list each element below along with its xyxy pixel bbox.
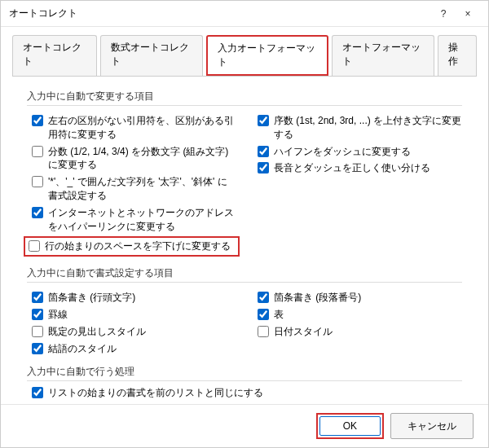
checkbox-border[interactable] bbox=[32, 309, 43, 320]
checkbox-heading[interactable] bbox=[32, 326, 43, 337]
checkbox-list-format[interactable] bbox=[32, 387, 43, 398]
checkbox-label: 分数 (1/2, 1/4, 3/4) を分数文字 (組み文字) に変更する bbox=[48, 145, 236, 173]
checkbox-row: 長音とダッシュを正しく使い分ける bbox=[253, 161, 462, 175]
checkbox-bold-italic[interactable] bbox=[32, 176, 43, 187]
ok-button-highlight: OK bbox=[316, 413, 384, 439]
help-icon[interactable]: ? bbox=[431, 8, 456, 20]
checkbox-label: 左右の区別がない引用符を、区別がある引用符に変更する bbox=[48, 114, 236, 142]
tab-bar: オートコレクト 数式オートコレクト 入力オートフォーマット オートフォーマット … bbox=[1, 27, 488, 76]
dialog-content: 入力中に自動で変更する項目 左右の区別がない引用符を、区別がある引用符に変更する… bbox=[12, 76, 477, 404]
tab-math-autocorrect[interactable]: 数式オートコレクト bbox=[100, 35, 203, 76]
checkbox-numbered[interactable] bbox=[258, 292, 269, 303]
checkbox-dash[interactable] bbox=[258, 162, 269, 173]
section-format-title: 入力中に自動で書式設定する項目 bbox=[27, 266, 462, 283]
checkbox-row: 左右の区別がない引用符を、区別がある引用符に変更する bbox=[27, 114, 236, 142]
checkbox-label: 表 bbox=[274, 308, 284, 322]
tab-autoformat[interactable]: オートフォーマット bbox=[332, 35, 434, 76]
checkbox-label: リストの始まりの書式を前のリストと同じにする bbox=[48, 386, 263, 400]
checkbox-label: 結語のスタイル bbox=[48, 342, 117, 356]
titlebar: オートコレクト ? × bbox=[1, 1, 488, 27]
checkbox-row: '*'、'_' で囲んだ文字列を '太字'、'斜体' に書式設定する bbox=[27, 175, 236, 203]
checkbox-row: 結語のスタイル bbox=[27, 342, 236, 356]
checkbox-label: 長音とダッシュを正しく使い分ける bbox=[274, 161, 430, 175]
checkbox-row: 箇条書き (行頭文字) bbox=[27, 291, 236, 305]
checkbox-label: ハイフンをダッシュに変更する bbox=[274, 145, 411, 159]
tab-autocorrect[interactable]: オートコレクト bbox=[12, 35, 97, 76]
dialog-footer: OK キャンセル bbox=[1, 404, 488, 447]
section-replace-title: 入力中に自動で変更する項目 bbox=[27, 90, 462, 106]
checkbox-row: 箇条書き (段落番号) bbox=[253, 291, 462, 305]
checkbox-label: 箇条書き (行頭文字) bbox=[48, 291, 135, 305]
tab-autoformat-typing[interactable]: 入力オートフォーマット bbox=[206, 35, 328, 76]
checkbox-label: 序数 (1st, 2nd, 3rd, ...) を上付き文字に変更する bbox=[274, 114, 462, 142]
checkbox-row: ハイフンをダッシュに変更する bbox=[253, 145, 462, 159]
dialog-title: オートコレクト bbox=[9, 7, 431, 20]
checkbox-hyphens[interactable] bbox=[258, 146, 269, 157]
checkbox-ordinals[interactable] bbox=[258, 115, 269, 126]
checkbox-quotes[interactable] bbox=[32, 115, 43, 126]
checkbox-label: 日付スタイル bbox=[274, 325, 333, 339]
checkbox-label: 罫線 bbox=[48, 308, 68, 322]
checkbox-indent-spaces[interactable] bbox=[29, 240, 40, 252]
tab-actions[interactable]: 操作 bbox=[438, 35, 477, 76]
checkbox-row: 罫線 bbox=[27, 308, 236, 322]
close-icon[interactable]: × bbox=[456, 8, 480, 20]
checkbox-label: 箇条書き (段落番号) bbox=[274, 291, 361, 305]
checkbox-row: 分数 (1/2, 1/4, 3/4) を分数文字 (組み文字) に変更する bbox=[27, 145, 236, 173]
checkbox-label: インターネットとネットワークのアドレスをハイパーリンクに変更する bbox=[48, 206, 236, 234]
cancel-button[interactable]: キャンセル bbox=[390, 413, 474, 439]
checkbox-label: 既定の見出しスタイル bbox=[48, 325, 146, 339]
checkbox-label: 行の始まりのスペースを字下げに変更する bbox=[45, 239, 231, 253]
checkbox-fractions[interactable] bbox=[32, 146, 43, 157]
checkbox-label: '*'、'_' で囲んだ文字列を '太字'、'斜体' に書式設定する bbox=[48, 175, 236, 203]
checkbox-table[interactable] bbox=[258, 309, 269, 320]
ok-button[interactable]: OK bbox=[319, 416, 381, 436]
section-auto-title: 入力中に自動で行う処理 bbox=[27, 365, 462, 381]
checkbox-row: 日付スタイル bbox=[253, 325, 462, 339]
checkbox-row: 既定の見出しスタイル bbox=[27, 325, 236, 339]
dialog-window: オートコレクト ? × オートコレクト 数式オートコレクト 入力オートフォーマッ… bbox=[0, 0, 489, 448]
checkbox-closing[interactable] bbox=[32, 343, 43, 354]
checkbox-row-indent-highlighted: 行の始まりのスペースを字下げに変更する bbox=[24, 236, 240, 257]
checkbox-date[interactable] bbox=[258, 326, 269, 337]
checkbox-hyperlinks[interactable] bbox=[32, 207, 43, 218]
checkbox-row: 序数 (1st, 2nd, 3rd, ...) を上付き文字に変更する bbox=[253, 114, 462, 142]
checkbox-row: 表 bbox=[253, 308, 462, 322]
checkbox-row: リストの始まりの書式を前のリストと同じにする bbox=[27, 386, 462, 400]
checkbox-row: インターネットとネットワークのアドレスをハイパーリンクに変更する bbox=[27, 206, 236, 234]
checkbox-bullet[interactable] bbox=[32, 292, 43, 303]
